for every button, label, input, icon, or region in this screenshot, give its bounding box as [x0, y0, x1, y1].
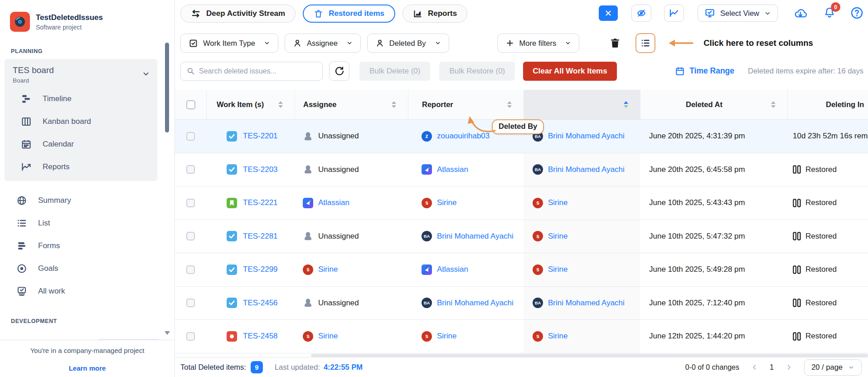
work-item-key-link[interactable]: TES-2299: [243, 265, 278, 274]
tab-deep-activity-stream[interactable]: Deep Activitiy Stream: [180, 5, 296, 23]
reporter-link[interactable]: Atlassian: [437, 165, 468, 174]
work-item-key-link[interactable]: TES-2221: [243, 198, 278, 207]
filter-work-item-type[interactable]: Work Item Type: [180, 34, 278, 53]
sidebar-item-summary[interactable]: Summary: [0, 189, 175, 212]
deleted-by-link[interactable]: Sirine: [548, 232, 567, 241]
refresh-button[interactable]: [329, 61, 349, 81]
search-icon: [186, 67, 195, 75]
header-assignee[interactable]: Assignee: [295, 90, 408, 119]
delete-filter-button[interactable]: [609, 37, 621, 49]
hide-columns-button[interactable]: [631, 5, 651, 22]
eye-off-icon: [636, 8, 647, 19]
reporter-link[interactable]: Brini Mohamed Ayachi: [437, 299, 514, 308]
sort-icon[interactable]: [507, 101, 512, 108]
work-item-key-link[interactable]: TES-2201: [243, 132, 278, 141]
deleted-by-link[interactable]: Brini Mohamed Ayachi: [548, 299, 625, 308]
deleted-by-link[interactable]: Brini Mohamed Ayachi: [548, 132, 625, 141]
sidebar-item-label: Kanban board: [43, 117, 91, 126]
select-all-checkbox[interactable]: [186, 100, 195, 109]
bulk-restore-button[interactable]: Bulk Restore (0): [439, 62, 515, 81]
next-page-button[interactable]: [786, 364, 792, 371]
task-type-icon: [227, 298, 237, 308]
reporter-link[interactable]: Brini Mohamed Ayachi: [437, 232, 514, 241]
last-updated-time[interactable]: 4:22:55 PM: [324, 363, 363, 372]
board-selector[interactable]: TES board Board: [5, 65, 157, 88]
sidebar-item-goals[interactable]: Goals: [0, 257, 175, 280]
assignee-cell: Unassigned: [295, 287, 408, 320]
row-checkbox[interactable]: [186, 132, 195, 141]
row-checkbox[interactable]: [186, 232, 195, 240]
header-work-item[interactable]: Work Item (s): [206, 90, 295, 119]
sort-icon[interactable]: [771, 101, 776, 108]
sidebar-item-timeline[interactable]: Timeline: [5, 88, 157, 110]
deleted-by-link[interactable]: Sirine: [548, 198, 567, 207]
close-panel-button[interactable]: [599, 5, 618, 21]
sidebar-scrollbar[interactable]: [165, 39, 169, 335]
clear-all-button[interactable]: Clear All Work Items: [523, 62, 616, 81]
work-item-key-link[interactable]: TES-2456: [243, 299, 278, 308]
assignee-link[interactable]: Sirine: [318, 265, 338, 274]
forms-icon: [16, 240, 27, 251]
sidebar-item-all-work[interactable]: All work: [0, 280, 175, 303]
deleting-in-cell: Restored: [787, 320, 868, 353]
work-item-key-link[interactable]: TES-2281: [243, 232, 278, 241]
header-deleting-in[interactable]: Deleting In: [787, 90, 868, 119]
reporter-link[interactable]: Sirine: [437, 198, 456, 207]
deleted-by-link[interactable]: Sirine: [548, 332, 567, 341]
hscrollbar-thumb[interactable]: [311, 354, 868, 357]
filter-deleted-by[interactable]: Deleted By: [367, 34, 449, 53]
row-checkbox[interactable]: [186, 265, 195, 274]
row-checkbox[interactable]: [186, 199, 195, 207]
assignee-link[interactable]: Sirine: [318, 332, 338, 341]
sidebar-item-kanban-board[interactable]: Kanban board: [5, 110, 157, 133]
assignee-link[interactable]: Atlassian: [318, 198, 349, 207]
learn-more-link[interactable]: Learn more: [0, 364, 175, 372]
row-checkbox[interactable]: [186, 299, 195, 307]
filter-label: Deleted By: [389, 39, 426, 48]
current-page[interactable]: 1: [770, 363, 774, 372]
reset-hint-arrow-icon: [667, 39, 693, 48]
sidebar-item-reports[interactable]: Reports: [5, 156, 157, 178]
search-input[interactable]: [199, 67, 317, 75]
page-size-select[interactable]: 20 / page: [804, 359, 862, 376]
help-button[interactable]: [850, 6, 863, 20]
assignee-cell: Atlassian: [295, 186, 408, 220]
sort-icon[interactable]: [392, 101, 396, 108]
tab-reports[interactable]: Reports: [402, 5, 467, 23]
sidebar-item-forms[interactable]: Forms: [0, 235, 175, 257]
work-item-key-link[interactable]: TES-2203: [243, 165, 278, 174]
sidebar-item-code[interactable]: [0, 333, 175, 340]
header-deleted-at[interactable]: Deleted At: [640, 90, 787, 119]
prev-page-button[interactable]: [751, 364, 758, 371]
filter-assignee[interactable]: Assignee: [285, 34, 361, 53]
deleted-at-value: June 10th 2025, 5:43:43 pm: [649, 198, 745, 207]
notifications-button[interactable]: 0: [823, 6, 836, 19]
analytics-button[interactable]: [664, 5, 684, 22]
export-button[interactable]: [793, 6, 808, 20]
header-deleted-by[interactable]: [524, 90, 640, 119]
row-checkbox[interactable]: [186, 165, 195, 174]
reporter-link[interactable]: Sirine: [437, 332, 456, 341]
filter-more-filters[interactable]: More filters: [497, 34, 580, 53]
sort-icon-active[interactable]: [624, 101, 628, 108]
deleted-by-link[interactable]: Brini Mohamed Ayachi: [548, 165, 625, 174]
work-item-key-link[interactable]: TES-2458: [243, 332, 278, 341]
sort-icon[interactable]: [278, 101, 283, 108]
deleting-in-cell: Restored: [787, 186, 868, 220]
deleted-by-link[interactable]: Sirine: [548, 265, 567, 274]
sidebar-clipped-item: [0, 333, 175, 340]
tab-restored-items[interactable]: Restored items: [303, 5, 395, 23]
assignee-avatar: s: [303, 331, 313, 342]
reporter-link[interactable]: Atlassian: [437, 265, 468, 274]
row-checkbox[interactable]: [186, 332, 195, 341]
time-range-button[interactable]: Time Range: [675, 66, 734, 76]
list-icon: [16, 218, 27, 229]
scrollbar-down-arrow[interactable]: [165, 331, 170, 335]
scrollbar-thumb[interactable]: [165, 43, 169, 132]
bulk-delete-button[interactable]: Bulk Delete (0): [359, 62, 430, 81]
sidebar-item-calendar[interactable]: Calendar: [5, 133, 157, 156]
row-select-cell: [175, 220, 206, 253]
sidebar-item-list[interactable]: List: [0, 212, 175, 235]
select-view-dropdown[interactable]: Select View: [698, 5, 778, 22]
reset-columns-button[interactable]: [635, 33, 655, 53]
